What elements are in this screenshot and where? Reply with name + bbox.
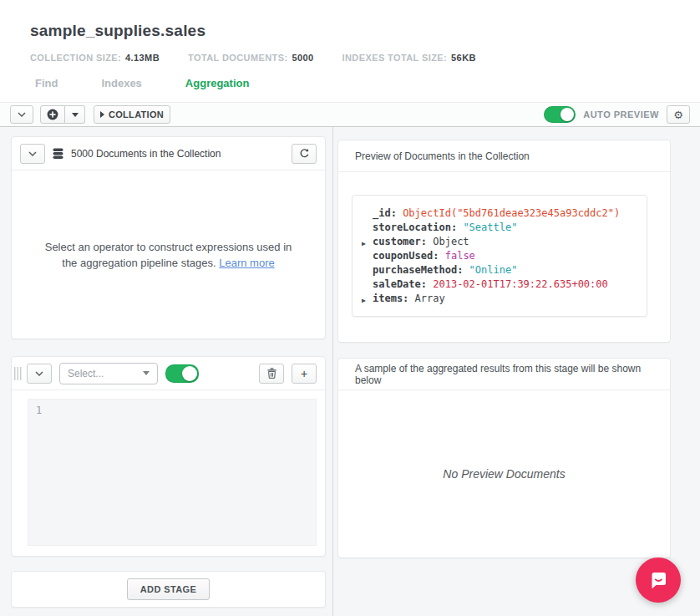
operator-hint: Select an operator to construct expressi…: [12, 171, 325, 339]
collapse-stage-button[interactable]: [27, 364, 52, 384]
trash-icon: [267, 368, 276, 379]
stage-header: Select... +: [12, 357, 325, 390]
document-field: purchaseMethod: "Online": [373, 263, 635, 277]
collection-header: sample_supplies.sales COLLECTION SIZE:4.…: [0, 0, 700, 102]
field-key: customer:: [373, 236, 433, 247]
auto-preview-label: AUTO PREVIEW: [583, 109, 659, 120]
document-field: storeLocation: "Seattle": [373, 221, 635, 235]
page-title: sample_supplies.sales: [30, 0, 700, 40]
collection-tabs: Find Indexes Aggregation: [30, 77, 700, 94]
toggle-knob: [561, 108, 574, 121]
document-field: _id: ObjectId("5bd761deae323e45a93cddc2"…: [373, 206, 635, 221]
add-stage-button[interactable]: ADD STAGE: [127, 578, 211, 600]
stage-preview-card: A sample of the aggregated results from …: [337, 358, 671, 558]
field-key: purchaseMethod:: [373, 264, 469, 276]
plus-circle-icon: [47, 109, 58, 120]
stage-preview-empty: No Preview Documents: [338, 390, 670, 557]
learn-more-link[interactable]: Learn more: [219, 257, 274, 269]
chevron-down-icon: [35, 371, 43, 376]
add-stage-card: ADD STAGE: [11, 571, 326, 608]
document-field: saleDate: 2013-02-01T17:39:22.635+00:00: [373, 277, 635, 292]
tab-aggregation[interactable]: Aggregation: [185, 77, 250, 94]
input-preview-card: Preview of Documents in the Collection _…: [337, 140, 671, 343]
field-value: 2013-02-01T17:39:22.635+00:00: [433, 278, 608, 290]
input-preview-header: Preview of Documents in the Collection: [338, 140, 670, 172]
tab-indexes[interactable]: Indexes: [101, 77, 141, 94]
caret-down-icon: [72, 113, 79, 117]
database-icon: [53, 148, 63, 160]
document-preview: _id: ObjectId("5bd761deae323e45a93cddc2"…: [352, 195, 647, 317]
document-field: ▶items: Array: [373, 292, 635, 306]
collation-label: COLLATION: [109, 109, 164, 120]
document-fields: _id: ObjectId("5bd761deae323e45a93cddc2"…: [373, 206, 635, 306]
delete-stage-button[interactable]: [259, 364, 284, 384]
stage-preview-title: A sample of the aggregated results from …: [355, 363, 653, 386]
drag-handle-icon[interactable]: [14, 367, 22, 380]
document-field: ▶customer: Object: [373, 235, 635, 249]
gear-icon: ⚙: [673, 109, 683, 121]
pipeline-column: 5000 Documents in the Collection Select …: [11, 136, 326, 608]
refresh-icon: [299, 148, 310, 159]
tab-find[interactable]: Find: [35, 77, 58, 94]
triangle-right-icon: [100, 111, 104, 118]
input-documents-card: 5000 Documents in the Collection Select …: [11, 136, 326, 339]
stage-enabled-toggle[interactable]: [165, 364, 199, 383]
toggle-knob: [182, 366, 197, 381]
panel-divider[interactable]: [332, 127, 333, 616]
new-pipeline-menu-button[interactable]: [65, 105, 85, 124]
chevron-down-icon: [28, 151, 37, 156]
stat-indexes-total-size: INDEXES TOTAL SIZE:56KB: [342, 53, 476, 63]
collapse-all-button[interactable]: [10, 105, 33, 124]
chat-launcher-button[interactable]: [636, 557, 681, 603]
expand-field-icon[interactable]: ▶: [362, 237, 366, 251]
input-documents-title: 5000 Documents in the Collection: [71, 148, 221, 160]
editor-line-number: 1: [36, 405, 42, 416]
stage-operator-placeholder: Select...: [68, 368, 143, 379]
stat-collection-size: COLLECTION SIZE:4.13MB: [30, 53, 160, 63]
stage-code-editor[interactable]: 1: [28, 399, 317, 546]
add-stage-after-button[interactable]: +: [292, 364, 317, 384]
stage-card: Select... + 1: [11, 356, 326, 557]
stage-preview-header: A sample of the aggregated results from …: [338, 359, 670, 390]
collection-stats: COLLECTION SIZE:4.13MB TOTAL DOCUMENTS:5…: [30, 53, 700, 63]
field-key: storeLocation:: [373, 221, 463, 233]
field-key: items:: [373, 293, 415, 304]
field-key: saleDate:: [373, 278, 433, 290]
input-preview-title: Preview of Documents in the Collection: [355, 150, 530, 162]
input-preview-body: _id: ObjectId("5bd761deae323e45a93cddc2"…: [338, 172, 670, 342]
field-value: Array: [415, 293, 445, 304]
stage-operator-select[interactable]: Select...: [59, 363, 158, 384]
field-key: _id:: [373, 207, 403, 219]
field-key: couponUsed:: [373, 250, 445, 262]
document-field: couponUsed: false: [373, 249, 635, 263]
pipeline-toolbar: COLLATION AUTO PREVIEW ⚙: [0, 102, 700, 127]
field-value: false: [445, 250, 475, 262]
toolbar-right: AUTO PREVIEW ⚙: [544, 105, 690, 124]
chat-bubble-icon: [647, 568, 670, 592]
new-pipeline-button-group: [40, 105, 85, 124]
field-value: ObjectId("5bd761deae323e45a93cddc2"): [403, 207, 620, 219]
input-documents-header: 5000 Documents in the Collection: [12, 137, 325, 171]
field-value: "Seattle": [463, 221, 517, 233]
no-preview-text: No Preview Documents: [443, 467, 565, 481]
field-value: "Online": [469, 264, 518, 276]
collapse-input-button[interactable]: [20, 144, 45, 164]
refresh-button[interactable]: [292, 144, 317, 164]
new-pipeline-button[interactable]: [40, 105, 65, 124]
aggregation-workspace: 5000 Documents in the Collection Select …: [0, 127, 700, 616]
preview-column: Preview of Documents in the Collection _…: [337, 140, 671, 558]
caret-down-icon: [143, 371, 150, 375]
field-value: Object: [433, 236, 469, 247]
collation-toggle-button[interactable]: COLLATION: [94, 105, 170, 124]
stat-total-documents: TOTAL DOCUMENTS:5000: [188, 53, 314, 63]
expand-field-icon[interactable]: ▶: [362, 293, 366, 308]
auto-preview-toggle[interactable]: [544, 106, 576, 123]
chevron-down-icon: [18, 112, 26, 117]
settings-button[interactable]: ⚙: [667, 105, 690, 124]
